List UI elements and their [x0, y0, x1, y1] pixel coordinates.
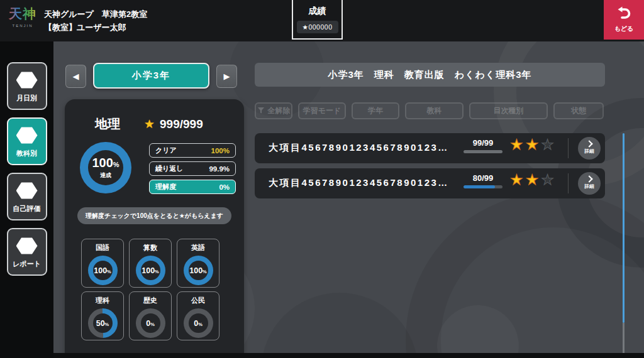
subject-label: 算数	[130, 243, 171, 252]
stat-value: 0%	[219, 183, 230, 191]
stats-list: クリア100%繰り返し99.9%理解度0%	[149, 143, 236, 198]
subject-card-国語[interactable]: 国語100%	[81, 239, 124, 288]
star-rating: ★★★	[510, 136, 557, 153]
chevron-right-icon	[586, 175, 592, 182]
star-hint-note: 理解度チェックで100点をとると★がもらえます	[77, 207, 231, 224]
unit-row[interactable]: 大項目45678901234567890123…99/99★★★詳細	[255, 133, 605, 163]
filter-button-目次種別[interactable]: 目次種別	[469, 102, 548, 119]
subject-label: 英語	[177, 243, 219, 252]
detail-button[interactable]: 詳細	[578, 137, 601, 160]
sidebar-item-自己評価[interactable]: 自己評価	[7, 173, 47, 220]
progress-donut: 100%達成	[80, 142, 131, 193]
filter-funnel-icon	[257, 107, 265, 116]
course-title: 小学3年 理科 教育出版 わくわく理科3年	[328, 69, 531, 81]
star-rating: ★★★	[510, 171, 557, 188]
subject-percent: 0%	[146, 319, 155, 328]
donut-hole: 50%	[93, 313, 113, 333]
stat-row: 理解度0%	[149, 180, 236, 194]
tenjin-logo: 天神 TENJIN	[6, 5, 39, 28]
unit-progress-track	[464, 185, 502, 188]
filter-label: 学年	[368, 106, 383, 116]
donut-hole: 0%	[141, 313, 160, 333]
filter-label: 学習モード	[303, 106, 341, 116]
unit-row[interactable]: 大項目45678901234567890123…80/99★★★詳細	[255, 168, 605, 198]
grade-selector-button[interactable]: 小学3年	[93, 63, 209, 89]
unit-score-count: 80/99	[464, 173, 502, 183]
sidebar-item-月日別[interactable]: 月日別	[7, 62, 47, 110]
progress-donut: 100%	[88, 256, 118, 285]
logo-subtext: TENJIN	[6, 24, 39, 28]
star-total: 999/999	[160, 117, 203, 131]
scrollbar-track[interactable]	[623, 323, 625, 354]
star-icon: ★	[541, 171, 557, 188]
ring-caption: 達成	[100, 171, 111, 180]
star-icon: ★	[510, 171, 526, 188]
unit-title: 大項目45678901234567890123…	[269, 177, 449, 189]
filter-label: 目次種別	[494, 106, 524, 116]
subject-card-算数[interactable]: 算数100%	[129, 239, 172, 288]
grade-next-button[interactable]: ▶	[216, 65, 237, 88]
filter-button-全解除[interactable]: 全解除	[255, 102, 292, 119]
hexagon-icon	[16, 126, 38, 144]
progress-donut: 0%	[136, 308, 165, 338]
detail-label: 詳細	[578, 149, 601, 154]
star-icon: ★	[510, 136, 526, 153]
filter-button-学習モード[interactable]: 学習モード	[298, 102, 346, 119]
subject-percent: 100%	[189, 266, 207, 275]
subject-card-歴史[interactable]: 歴史0%	[129, 291, 172, 340]
stat-label: 理解度	[155, 182, 176, 192]
star-icon: ★	[526, 136, 541, 153]
star-icon: ★	[144, 117, 155, 131]
grade-label: 小学3年	[132, 70, 170, 82]
subject-grid: 国語100%算数100%英語100%理科50%歴史0%公民0%	[81, 239, 219, 340]
stat-row: クリア100%	[149, 143, 236, 158]
score-box: 成績 ★000000	[292, 0, 343, 40]
stat-value: 99.9%	[209, 165, 230, 173]
unit-list: 大項目45678901234567890123…99/99★★★詳細大項目456…	[255, 133, 605, 203]
filter-button-学年[interactable]: 学年	[352, 102, 399, 119]
unit-score: 99/99	[464, 138, 502, 153]
scrollbar-thumb[interactable]	[623, 133, 625, 323]
progress-donut: 100%	[136, 256, 165, 285]
sidebar-item-label: レポート	[8, 259, 46, 269]
chevron-right-icon	[586, 140, 592, 147]
progress-donut: 50%	[88, 308, 118, 338]
score-label: 成績	[293, 6, 341, 17]
detail-button[interactable]: 詳細	[578, 172, 601, 195]
filter-label: 教科	[427, 106, 442, 116]
subject-summary-panel: 地理 ★ 999/999 100%達成 クリア100%繰り返し99.9%理解度0…	[65, 99, 244, 358]
user-name: 【教室】ユーザー太郎	[44, 21, 147, 34]
unit-score: 80/99	[464, 173, 502, 188]
sidebar-item-レポート[interactable]: レポート	[7, 228, 47, 276]
course-title-bar: 小学3年 理科 教育出版 わくわく理科3年	[255, 63, 605, 87]
subject-card-理科[interactable]: 理科50%	[81, 291, 124, 340]
subject-label: 国語	[82, 243, 123, 252]
unit-score-count: 99/99	[464, 138, 502, 148]
donut-hole: 0%	[189, 313, 208, 333]
ring-percent: 100%	[92, 156, 119, 171]
star-icon: ★	[541, 136, 557, 153]
stat-row: 繰り返し99.9%	[149, 161, 236, 176]
organization-name: 天神グループ 草津第2教室	[44, 8, 147, 21]
chevron-left-icon: ◀	[73, 72, 79, 81]
sidebar-item-label: 月日別	[8, 94, 46, 103]
row-divider	[568, 138, 569, 158]
subject-label: 理科	[82, 296, 123, 305]
grade-prev-button[interactable]: ◀	[65, 65, 86, 88]
back-button[interactable]: もどる	[604, 0, 644, 40]
subject-label: 公民	[177, 296, 219, 305]
filter-bar: 全解除学習モード学年教科目次種別状態	[255, 102, 605, 119]
subject-card-公民[interactable]: 公民0%	[177, 291, 219, 340]
back-label: もどる	[614, 24, 634, 33]
sidebar-item-教科別[interactable]: 教科別	[7, 117, 47, 165]
bottom-edge-bar	[0, 353, 644, 358]
donut-hole: 100%	[189, 261, 208, 280]
filter-button-状態[interactable]: 状態	[553, 102, 604, 119]
progress-donut: 100%	[184, 256, 213, 285]
subject-card-英語[interactable]: 英語100%	[177, 239, 219, 288]
unit-progress-fill	[464, 185, 495, 188]
unit-title: 大項目45678901234567890123…	[269, 142, 449, 154]
panel-subject-title: 地理	[95, 116, 120, 133]
filter-button-教科[interactable]: 教科	[405, 102, 464, 119]
stat-label: 繰り返し	[155, 164, 184, 173]
